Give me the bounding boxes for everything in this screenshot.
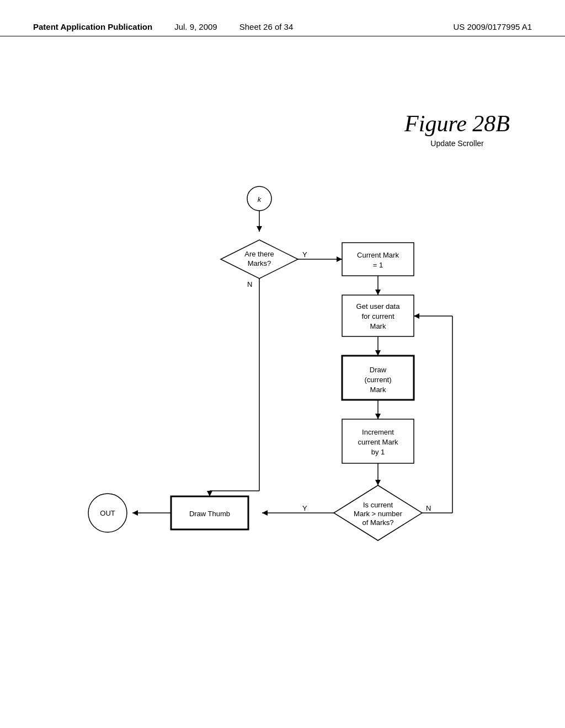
svg-marker-8 (375, 290, 381, 295)
figure-title: Figure 28B (404, 110, 510, 137)
node-out-label: OUT (100, 509, 115, 517)
svg-marker-5 (337, 256, 342, 262)
node-draw-mark-line1: Draw (370, 366, 387, 374)
node-increment-line2: current Mark (358, 438, 398, 446)
node-increment-line3: by 1 (371, 448, 385, 456)
n-label-are-there: N (247, 280, 252, 288)
node-is-current-gt-line1: Is current (363, 501, 393, 509)
date-label: Jul. 9, 2009 (174, 22, 217, 31)
node-get-user-data-line3: Mark (370, 322, 386, 330)
svg-marker-31 (132, 510, 138, 516)
node-k-label: k (258, 195, 262, 204)
n-label-is-current: N (426, 504, 431, 512)
header: Patent Application Publication Jul. 9, 2… (0, 0, 565, 36)
sheet-label: Sheet 26 of 34 (239, 22, 294, 31)
svg-marker-17 (375, 480, 381, 485)
page: Patent Application Publication Jul. 9, 2… (0, 0, 565, 728)
publication-label: Patent Application Publication (33, 22, 152, 31)
svg-marker-14 (375, 414, 381, 419)
svg-marker-24 (414, 313, 419, 319)
flowchart-svg: text { font-family: Arial, sans-serif; f… (44, 182, 519, 612)
node-draw-thumb: Draw Thumb (189, 510, 230, 518)
svg-rect-6 (342, 243, 414, 276)
figure-title-area: Figure 28B Update Scroller (404, 110, 510, 148)
node-increment-line1: Increment (362, 428, 394, 436)
node-get-user-data-line2: for current (361, 312, 395, 320)
node-is-current-gt-line2: Mark > number (354, 510, 402, 518)
node-draw-mark-line2: (current) (364, 376, 391, 384)
node-get-user-data-line1: Get user data (356, 302, 401, 311)
y-label-is-current: Y (302, 504, 307, 512)
svg-marker-20 (262, 510, 268, 516)
figure-subtitle: Update Scroller (404, 139, 510, 148)
node-are-there-marks-line2: Marks? (248, 259, 271, 267)
node-current-mark-line1: Current Mark (357, 251, 399, 259)
patent-label: US 2009/0177995 A1 (453, 22, 532, 31)
flowchart: text { font-family: Arial, sans-serif; f… (44, 182, 519, 612)
y-label-are-there: Y (302, 250, 307, 259)
node-are-there-marks-line1: Are there (244, 250, 274, 258)
node-is-current-gt-line3: of Marks? (362, 518, 393, 527)
node-current-mark-line2: = 1 (373, 261, 383, 269)
node-draw-mark-line3: Mark (370, 386, 386, 394)
svg-marker-2 (257, 226, 262, 232)
